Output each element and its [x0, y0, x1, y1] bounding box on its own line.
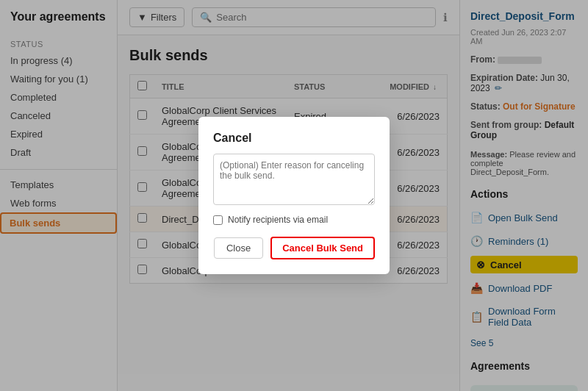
notify-checkbox-row: Notify recipients via email — [213, 215, 375, 225]
modal-overlay: Cancel Notify recipients via email Close… — [0, 0, 588, 391]
cancel-reason-textarea[interactable] — [213, 154, 375, 205]
modal-close-button[interactable]: Close — [214, 237, 263, 259]
modal-actions: Close Cancel Bulk Send — [213, 237, 375, 259]
notify-label: Notify recipients via email — [228, 215, 328, 225]
modal-cancel-bulk-send-button[interactable]: Cancel Bulk Send — [270, 237, 375, 259]
cancel-modal: Cancel Notify recipients via email Close… — [198, 117, 390, 274]
notify-checkbox[interactable] — [213, 215, 223, 225]
modal-title: Cancel — [213, 132, 375, 145]
